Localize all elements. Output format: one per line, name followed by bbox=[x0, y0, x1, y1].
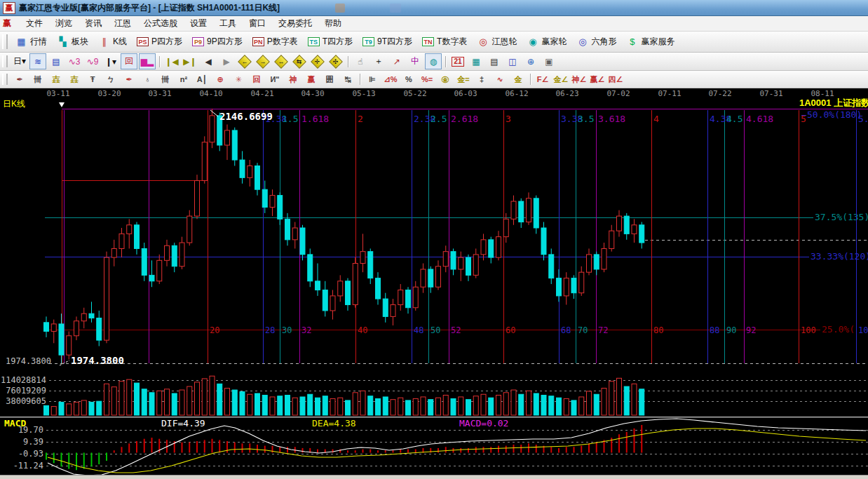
last-page-button[interactable]: ▶❙ bbox=[182, 53, 198, 69]
menu-item-6[interactable]: 工具 bbox=[213, 15, 243, 32]
gold-section-tool[interactable]: 壵 bbox=[48, 72, 65, 88]
toolbar-grip[interactable] bbox=[2, 55, 8, 68]
grid2-tool[interactable]: 卌 bbox=[157, 72, 174, 88]
star-cycle-tool[interactable]: ✳ bbox=[230, 72, 247, 88]
winner-wheel-button[interactable]: ◉赢家轮 bbox=[522, 34, 571, 49]
web-button[interactable]: ⊕ bbox=[522, 53, 539, 69]
angle-tool[interactable]: A⎮ bbox=[194, 72, 210, 88]
chip-pattern-button[interactable]: 回 bbox=[121, 53, 137, 69]
expand-button[interactable]: ✛ bbox=[309, 53, 326, 69]
h-measure-tool[interactable]: ↹ bbox=[339, 72, 356, 88]
percent-slope-tool[interactable]: ⊿% bbox=[382, 72, 399, 88]
gann-marker-icon: 中 bbox=[411, 55, 419, 67]
four-angle-tool[interactable]: 四∠ bbox=[607, 72, 624, 88]
kline-button[interactable]: ∥K线 bbox=[93, 34, 132, 49]
info-panel-button[interactable]: ▤ bbox=[48, 53, 65, 69]
wave-mark-tool[interactable]: Иʺ bbox=[266, 72, 283, 88]
compass2-tool[interactable]: ✒ bbox=[121, 72, 137, 88]
fibonacci-tool[interactable]: Ŧ bbox=[84, 72, 101, 88]
time-count-label: 88 bbox=[710, 325, 719, 335]
menu-item-2[interactable]: 资讯 bbox=[79, 15, 108, 32]
toolbar-label: 赢家轮 bbox=[541, 36, 567, 48]
gann-marker-button[interactable]: 中 bbox=[407, 53, 423, 69]
menu-item-8[interactable]: 交易委托 bbox=[272, 15, 318, 32]
chart-canvas[interactable]: 50.0%(180)37.5%(135)33.33%(120)25.0%(120… bbox=[0, 98, 868, 475]
ying-angle-tool[interactable]: 赢∠ bbox=[589, 72, 606, 88]
crosshair-button[interactable]: ＋ bbox=[370, 53, 387, 69]
t-number-table-button[interactable]: TNT数字表 bbox=[417, 34, 472, 49]
quotes-button[interactable]: ▦行情 bbox=[11, 34, 52, 49]
shen-tool[interactable]: 神 bbox=[285, 72, 301, 88]
percent-line-tool[interactable]: %= bbox=[419, 72, 435, 88]
hexagon-button[interactable]: ◎六角形 bbox=[571, 34, 621, 49]
prev-page-button[interactable]: ◀ bbox=[200, 53, 217, 69]
pan-left-button[interactable]: ← bbox=[236, 53, 253, 69]
calculator-button[interactable]: ▦ bbox=[468, 53, 484, 69]
fit-all-button[interactable]: ✣ bbox=[327, 53, 344, 69]
shen-angle-tool[interactable]: 神∠ bbox=[571, 72, 588, 88]
workstation-button[interactable]: ▣ bbox=[541, 53, 557, 69]
spiral-tool[interactable]: ㄅ bbox=[102, 72, 119, 88]
menu-item-5[interactable]: 设置 bbox=[184, 15, 213, 32]
toolbar-grip[interactable] bbox=[2, 74, 8, 86]
date-tick: 03-20 bbox=[97, 89, 121, 98]
wave-tool[interactable]: ∿ bbox=[491, 72, 508, 88]
t-square-button[interactable]: TST四方形 bbox=[303, 34, 358, 49]
volume-profile-button[interactable]: ▆▂ bbox=[139, 53, 156, 69]
pen-mark-tool[interactable]: ‡ bbox=[473, 72, 490, 88]
p-number-table-button[interactable]: PNP数字表 bbox=[247, 34, 303, 49]
volume-tick: 38009605 bbox=[6, 396, 46, 406]
chart-3-button[interactable]: ∿3 bbox=[66, 53, 83, 69]
date-tick: 04-21 bbox=[250, 89, 273, 98]
save-button[interactable]: ◫ bbox=[504, 53, 521, 69]
time-grid-tool[interactable]: 卌 bbox=[29, 72, 46, 88]
menu-item-3[interactable]: 江恩 bbox=[108, 15, 137, 32]
candle-style-button[interactable]: ❙▾ bbox=[102, 53, 119, 69]
square-of-n-tool[interactable]: n² bbox=[175, 72, 192, 88]
p-square-button[interactable]: PSP四方形 bbox=[132, 34, 187, 49]
date-tick: 06-23 bbox=[555, 89, 578, 98]
calendar-button[interactable]: 21 bbox=[449, 53, 466, 69]
gold2-tool[interactable]: 金 bbox=[510, 72, 527, 88]
zigzag-tool-button[interactable]: ≋ bbox=[29, 53, 46, 69]
menu-item-4[interactable]: 公式选股 bbox=[137, 15, 184, 32]
gold-angle-tool[interactable]: 金∠ bbox=[552, 72, 569, 88]
square-spiral-tool[interactable]: 回 bbox=[248, 72, 265, 88]
chart-9-button[interactable]: ∿9 bbox=[84, 53, 101, 69]
nine-t-square-button[interactable]: T99T四方形 bbox=[358, 34, 417, 49]
nine-p-square-button[interactable]: P99P四方形 bbox=[187, 34, 247, 49]
grid-123-tool[interactable]: 囲 bbox=[321, 72, 338, 88]
gann-wheel-button[interactable]: ◎江恩轮 bbox=[472, 34, 522, 49]
nine-t-square-icon: T9 bbox=[362, 37, 374, 46]
toolbar-separator bbox=[530, 74, 531, 85]
first-page-button[interactable]: ❙◀ bbox=[163, 53, 180, 69]
toolbar-grip[interactable] bbox=[2, 34, 8, 48]
gold-section2-tool[interactable]: 壵 bbox=[66, 72, 83, 88]
percent-tool[interactable]: % bbox=[400, 72, 417, 88]
f-angle-tool[interactable]: F∠ bbox=[534, 72, 551, 88]
trend-tool-button[interactable]: ↗ bbox=[388, 53, 405, 69]
zoom-horizontal-button[interactable]: ↔ bbox=[273, 53, 290, 69]
sectors-button[interactable]: ▚板块 bbox=[52, 34, 93, 49]
menu-item-1[interactable]: 浏览 bbox=[49, 15, 79, 32]
menu-item-7[interactable]: 窗口 bbox=[243, 15, 272, 32]
hand-tool-button[interactable]: ☝ bbox=[352, 53, 369, 69]
toolbar-separator bbox=[360, 74, 360, 85]
menu-item-9[interactable]: 帮助 bbox=[318, 15, 348, 32]
gold-circle-tool[interactable]: ㊎ bbox=[437, 72, 454, 88]
title-bar[interactable]: 赢 赢家江恩专业版[赢家内部服务平台] - [上证指数 SH1A0001-111… bbox=[0, 0, 868, 16]
gold-line-tool[interactable]: 金= bbox=[455, 72, 472, 88]
cycle-tool[interactable]: ♁ bbox=[139, 72, 156, 88]
circle-cross-tool[interactable]: ⊕ bbox=[212, 72, 229, 88]
compress-button[interactable]: ⇆ bbox=[291, 53, 308, 69]
brain-tool-button[interactable]: ◍ bbox=[425, 53, 442, 69]
price-scale-tool[interactable]: ⊫ bbox=[364, 72, 381, 88]
kline-period-button[interactable]: 日▾ bbox=[11, 53, 28, 69]
pan-right-button[interactable]: → bbox=[255, 53, 271, 69]
gann-compass-tool[interactable]: ✒ bbox=[11, 72, 28, 88]
ying-tool[interactable]: 赢 bbox=[303, 72, 320, 88]
notes-button[interactable]: ▤ bbox=[486, 53, 503, 69]
next-page-button[interactable]: ▶ bbox=[218, 53, 235, 69]
winner-service-button[interactable]: $赢家服务 bbox=[621, 34, 679, 49]
menu-item-0[interactable]: 文件 bbox=[20, 15, 49, 32]
